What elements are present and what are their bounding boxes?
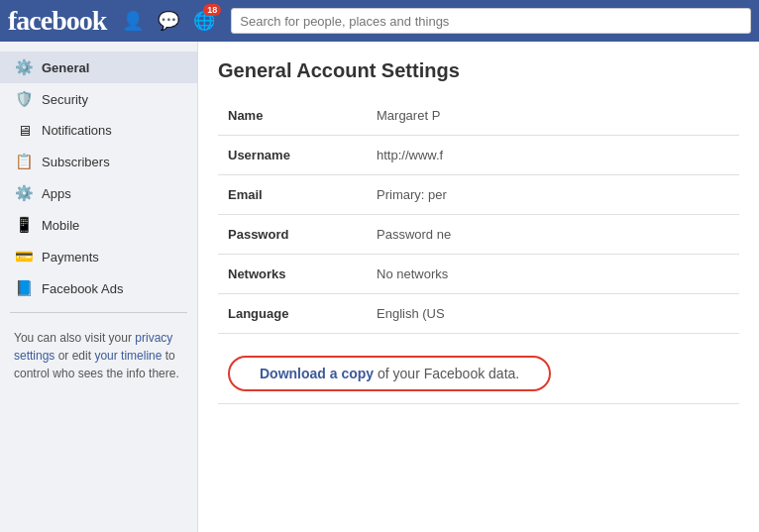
- table-row: NetworksNo networks: [218, 255, 739, 294]
- mobile-icon: 📱: [14, 216, 34, 234]
- setting-value-password: Password ne: [367, 215, 739, 255]
- sidebar-item-label-payments: Payments: [42, 250, 99, 265]
- general-icon: ⚙️: [14, 58, 34, 76]
- sidebar-item-label-notifications: Notifications: [42, 123, 112, 138]
- payments-icon: 💳: [14, 248, 34, 266]
- sidebar-item-label-subscribers: Subscribers: [42, 155, 110, 169]
- sidebar-item-payments[interactable]: 💳Payments: [0, 241, 197, 272]
- security-icon: 🛡️: [14, 90, 34, 108]
- sidebar-item-general[interactable]: ⚙️General: [0, 52, 197, 83]
- setting-value-networks: No networks: [367, 255, 739, 294]
- download-row: Download a copy of your Facebook data.: [218, 334, 739, 404]
- setting-label-language: Language: [218, 294, 367, 334]
- sidebar-item-label-general: General: [42, 60, 89, 75]
- download-copy-suffix: of your Facebook data.: [374, 366, 519, 381]
- sidebar-item-label-security: Security: [42, 92, 88, 107]
- table-row: Usernamehttp://www.f: [218, 136, 739, 175]
- friends-icon[interactable]: 👤: [118, 6, 148, 36]
- setting-label-password: Password: [218, 215, 367, 255]
- download-copy-link[interactable]: Download a copy: [260, 366, 374, 381]
- setting-value-username: http://www.f: [367, 136, 739, 175]
- setting-value-email: Primary: per: [367, 175, 739, 215]
- table-row: NameMargaret P: [218, 96, 739, 136]
- sidebar-footer: You can also visit your privacy settings…: [0, 321, 197, 390]
- facebook-ads-icon: 📘: [14, 279, 34, 297]
- setting-value-name: Margaret P: [367, 96, 739, 136]
- topbar: facebook 👤 💬 🌐 18: [0, 0, 759, 42]
- content-area: General Account Settings NameMargaret PU…: [198, 42, 759, 532]
- messages-icon[interactable]: 💬: [154, 6, 183, 36]
- main-layout: ⚙️General🛡️Security🖥Notifications📋Subscr…: [0, 42, 759, 532]
- sidebar-item-apps[interactable]: ⚙️Apps: [0, 177, 197, 209]
- setting-label-networks: Networks: [218, 255, 367, 294]
- sidebar-divider: [10, 312, 187, 313]
- subscribers-icon: 📋: [14, 153, 34, 170]
- apps-icon: ⚙️: [14, 184, 34, 202]
- sidebar-item-notifications[interactable]: 🖥Notifications: [0, 115, 197, 146]
- table-row: PasswordPassword ne: [218, 215, 739, 255]
- sidebar-item-security[interactable]: 🛡️Security: [0, 83, 197, 115]
- notifications-icon: 🖥: [14, 122, 34, 139]
- search-input[interactable]: [231, 8, 751, 34]
- sidebar-item-label-apps: Apps: [42, 186, 71, 201]
- sidebar-item-subscribers[interactable]: 📋Subscribers: [0, 146, 197, 177]
- notifications-icon[interactable]: 🌐 18: [189, 6, 219, 36]
- sidebar-item-label-mobile: Mobile: [42, 218, 79, 233]
- sidebar-footer-text1: You can also visit your: [14, 331, 135, 345]
- sidebar-item-facebook-ads[interactable]: 📘Facebook Ads: [0, 272, 197, 304]
- setting-label-name: Name: [218, 96, 367, 136]
- settings-table: NameMargaret PUsernamehttp://www.fEmailP…: [218, 96, 739, 404]
- setting-label-username: Username: [218, 136, 367, 175]
- setting-label-email: Email: [218, 175, 367, 215]
- sidebar-item-label-facebook-ads: Facebook Ads: [42, 281, 123, 296]
- setting-value-language: English (US: [367, 294, 739, 334]
- page-title: General Account Settings: [218, 59, 739, 82]
- sidebar-footer-text2: or edit: [54, 349, 94, 363]
- notification-badge: 18: [203, 4, 221, 16]
- sidebar-item-mobile[interactable]: 📱Mobile: [0, 209, 197, 241]
- facebook-logo: facebook: [8, 5, 106, 37]
- timeline-link[interactable]: your timeline: [94, 349, 162, 363]
- table-row: EmailPrimary: per: [218, 175, 739, 215]
- table-row: LanguageEnglish (US: [218, 294, 739, 334]
- sidebar: ⚙️General🛡️Security🖥Notifications📋Subscr…: [0, 42, 198, 532]
- download-copy-container: Download a copy of your Facebook data.: [228, 356, 551, 391]
